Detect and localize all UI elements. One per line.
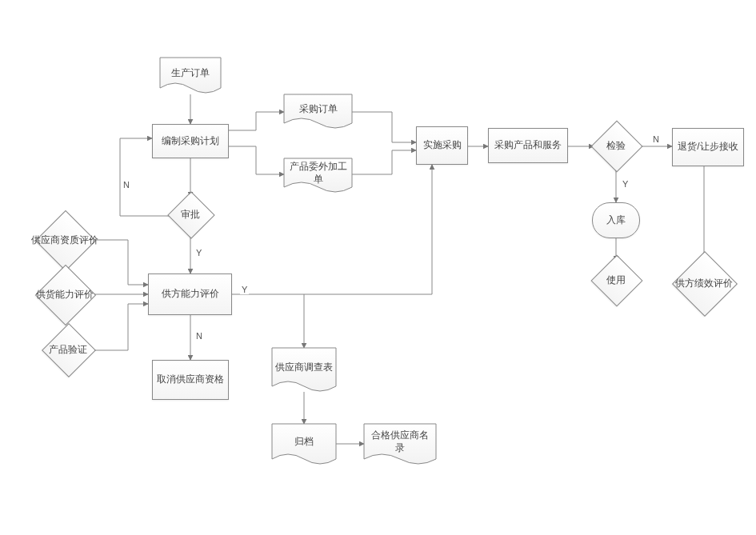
node-supplier-qual-eval: 供应商资质评价 — [44, 219, 86, 261]
node-supplier-survey: 供应商调查表 — [272, 348, 336, 388]
label: 采购产品和服务 — [494, 139, 562, 152]
label: 归档 — [294, 436, 314, 449]
label: 检验 — [606, 140, 626, 151]
node-use: 使用 — [598, 262, 634, 297]
edge-label-inspect-yes: Y — [621, 179, 630, 189]
label: 产品验证 — [49, 344, 87, 355]
node-cancel-supplier: 取消供应商资格 — [152, 360, 229, 400]
label: 使用 — [606, 274, 626, 285]
label: 生产订单 — [171, 67, 210, 80]
label: 取消供应商资格 — [157, 373, 224, 386]
label: 供方绩效评价 — [675, 277, 733, 289]
node-return-accept: 退货/让步接收 — [672, 128, 744, 166]
label: 供应商调查表 — [275, 361, 333, 374]
node-supplier-perf-eval: 供方绩效评价 — [682, 261, 726, 305]
node-implement-purchase: 实施采购 — [416, 126, 468, 165]
label: 入库 — [606, 214, 626, 227]
node-outsourcing-order: 产品委外加工单 — [284, 158, 352, 189]
label: 编制采购计划 — [162, 135, 219, 148]
node-production-order: 生产订单 — [160, 58, 221, 90]
label: 采购订单 — [299, 103, 338, 116]
node-compile-plan: 编制采购计划 — [152, 124, 229, 158]
node-supplier-capability: 供方能力评价 — [148, 273, 232, 315]
label: 供货能力评价 — [36, 289, 94, 300]
label: 合格供应商名录 — [367, 429, 433, 454]
node-qualified-list: 合格供应商名录 — [364, 424, 436, 461]
edge-label-approval-no: N — [122, 180, 131, 190]
node-approval: 审批 — [174, 198, 206, 230]
node-warehouse-in: 入库 — [592, 202, 640, 238]
label: 供应商资质评价 — [31, 234, 98, 246]
node-supply-ability-eval: 供货能力评价 — [44, 273, 86, 315]
label: 产品委外加工单 — [287, 161, 349, 186]
label: 供方能力评价 — [162, 288, 219, 301]
node-purchase-order: 采购订单 — [284, 94, 352, 125]
edge-label-inspect-no: N — [651, 134, 661, 144]
node-purchased-goods: 采购产品和服务 — [488, 128, 568, 163]
node-archive: 归档 — [272, 424, 336, 461]
edge-label-approval-yes: Y — [194, 248, 203, 258]
node-product-verify: 产品验证 — [50, 331, 86, 368]
node-inspection: 检验 — [598, 128, 634, 163]
edge-label-capability-no: N — [194, 331, 204, 341]
label: 退货/让步接收 — [678, 141, 738, 154]
edge-label-capability-yes: Y — [240, 285, 249, 294]
label: 审批 — [181, 209, 200, 220]
label: 实施采购 — [423, 139, 462, 152]
